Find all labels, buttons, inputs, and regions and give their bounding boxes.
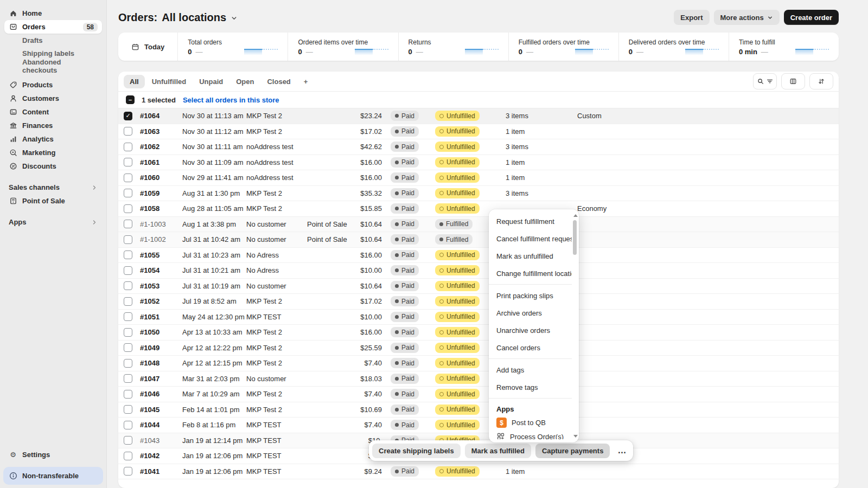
row-checkbox[interactable]	[124, 390, 132, 399]
order-row-1060[interactable]: #1060Nov 29 at 11:41 amnoAddress test$16…	[118, 170, 839, 186]
order-row-1044[interactable]: #1044Feb 8 at 1:16 pmMKP TEST$7.40PaidUn…	[118, 418, 839, 433]
sidebar-item-home[interactable]: Home	[4, 7, 102, 20]
row-checkbox[interactable]	[124, 328, 132, 337]
tab-unpaid[interactable]: Unpaid	[193, 75, 229, 88]
row-checkbox[interactable]	[124, 312, 132, 321]
order-row-1064[interactable]: ✓#1064Nov 30 at 11:13 amMKP Test 2$23.24…	[118, 108, 839, 124]
tab-all[interactable]: All	[124, 75, 145, 88]
order-row-1058[interactable]: #1058Aug 28 at 11:05 amMKP Test 2$15.85P…	[118, 201, 839, 217]
order-row-1053[interactable]: #1053Jul 31 at 10:19 amNo customer$10.64…	[118, 279, 839, 294]
menu-item-cancel-orders[interactable]: Cancel orders	[489, 339, 572, 356]
select-all-checkbox[interactable]: –	[126, 95, 135, 104]
columns-button[interactable]	[781, 73, 805, 89]
sidebar-item-content[interactable]: Content	[4, 105, 102, 119]
menu-item-change-fulfillment-location[interactable]: Change fulfillment location	[489, 265, 572, 282]
row-checkbox[interactable]	[124, 204, 132, 213]
order-row-1061[interactable]: #1061Nov 30 at 11:09 amnoAddress test$16…	[118, 155, 839, 171]
menu-item-post-to-qb[interactable]: $Post to QB	[489, 415, 572, 430]
mark-as-fulfilled-button[interactable]: Mark as fulfilled	[465, 444, 531, 458]
sidebar-item-customers[interactable]: Customers	[4, 92, 102, 105]
date-range-picker[interactable]: Today	[118, 33, 178, 61]
menu-item-process-order-s[interactable]: Process Order(s)	[489, 430, 572, 439]
order-row-1059[interactable]: #1059Aug 31 at 1:30 pmMKP Test 2$35.32Pa…	[118, 186, 839, 202]
tab-closed[interactable]: Closed	[261, 75, 296, 88]
row-checkbox[interactable]	[124, 343, 132, 352]
sidebar-item-abandoned-checkouts[interactable]: Abandoned checkouts	[4, 60, 102, 73]
create-order-button[interactable]: Create order	[784, 10, 839, 25]
row-checkbox[interactable]	[124, 235, 132, 244]
sidebar-item-drafts[interactable]: Drafts	[4, 34, 102, 47]
sidebar-item-discounts[interactable]: Discounts	[4, 159, 102, 173]
menu-item-remove-tags[interactable]: Remove tags	[489, 378, 572, 396]
page-title[interactable]: Orders: All locations	[118, 11, 238, 24]
scroll-down-arrow-icon[interactable]	[573, 435, 578, 438]
sidebar-item-finances[interactable]: Finances	[4, 119, 102, 132]
menu-item-add-tags[interactable]: Add tags	[489, 361, 572, 378]
order-row-1054[interactable]: #1054Jul 31 at 10:21 amNo Adress$10.00Pa…	[118, 263, 839, 279]
row-checkbox[interactable]	[124, 405, 132, 414]
order-row-1045[interactable]: #1045Feb 14 at 1:01 pmMKP Test 2$10.69Pa…	[118, 402, 839, 418]
tab-unfulfilled[interactable]: Unfulfilled	[146, 75, 193, 88]
menu-item-unarchive-orders[interactable]: Unarchive orders	[489, 322, 572, 339]
select-all-store-link[interactable]: Select all orders in this store	[183, 96, 279, 104]
order-row-1-1003[interactable]: #1-1003Aug 1 at 3:38 pmNo customerPoint …	[118, 217, 839, 233]
sidebar-item-marketing[interactable]: Marketing	[4, 146, 102, 159]
menu-item-mark-as-unfulfilled[interactable]: Mark as unfulfilled	[489, 247, 572, 265]
row-checkbox[interactable]	[124, 127, 132, 136]
menu-item-request-fulfillment[interactable]: Request fulfillment	[489, 213, 572, 230]
row-checkbox[interactable]	[124, 189, 132, 197]
scroll-up-arrow-icon[interactable]	[573, 214, 578, 217]
menu-item-archive-orders[interactable]: Archive orders	[489, 304, 572, 322]
row-checkbox[interactable]	[124, 297, 132, 306]
row-checkbox[interactable]	[124, 251, 132, 259]
menu-item-print-packing-slips[interactable]: Print packing slips	[489, 287, 572, 304]
sidebar-item-settings[interactable]: ⚙ Settings	[4, 448, 102, 461]
sort-button[interactable]	[809, 73, 833, 89]
order-row-1041[interactable]: #1041Jan 19 at 12:06 pmMKP TEST$9.24Paid…	[118, 464, 839, 480]
order-row-1-1002[interactable]: #1-1002Jul 31 at 10:42 amNo customerPoin…	[118, 232, 839, 248]
order-row-1052[interactable]: #1052Jul 19 at 8:52 amMKP Test 2$17.02Pa…	[118, 294, 839, 310]
sidebar-item-apps[interactable]: Apps	[4, 215, 102, 229]
row-checkbox[interactable]: ✓	[124, 112, 132, 120]
scrollbar-thumb[interactable]	[573, 220, 577, 255]
row-checkbox[interactable]	[124, 421, 132, 429]
order-row-1063[interactable]: #1063Nov 30 at 11:12 amMKP Test 2$17.02P…	[118, 124, 839, 140]
order-row-1049[interactable]: #1049Apr 12 at 12:22 pmMKP Test 2$25.59P…	[118, 341, 839, 356]
row-checkbox[interactable]	[124, 359, 132, 368]
more-bulk-actions-button[interactable]: …	[614, 446, 630, 455]
menu-item-cancel-fulfillment-requests[interactable]: Cancel fulfillment requests	[489, 230, 572, 247]
capture-payments-button[interactable]: Capture payments	[535, 444, 610, 458]
row-checkbox[interactable]	[124, 467, 132, 476]
tab-open[interactable]: Open	[230, 75, 260, 88]
order-row-1051[interactable]: #1051May 24 at 12:30 pmMKP TEST$10.00Pai…	[118, 310, 839, 325]
order-row-1048[interactable]: #1048Apr 12 at 12:15 pmMKP Test 2$7.40Pa…	[118, 356, 839, 371]
sidebar-item-sales-channels[interactable]: Sales channels	[4, 181, 102, 194]
row-checkbox[interactable]	[124, 158, 132, 166]
row-checkbox[interactable]	[124, 220, 132, 228]
row-checkbox[interactable]	[124, 374, 132, 383]
row-checkbox[interactable]	[124, 266, 132, 275]
order-row-1046[interactable]: #1046Mar 7 at 10:29 amMKP Test 2$7.40Pai…	[118, 387, 839, 402]
search-filter-button[interactable]	[753, 73, 777, 89]
sidebar-item-orders[interactable]: Orders58	[4, 20, 102, 34]
row-checkbox[interactable]	[124, 281, 132, 290]
order-total: $15.85	[350, 204, 382, 213]
row-checkbox[interactable]	[124, 452, 132, 460]
menu-scrollbar[interactable]	[572, 213, 579, 439]
row-checkbox[interactable]	[124, 143, 132, 151]
sidebar-item-analytics[interactable]: Analytics	[4, 132, 102, 146]
row-checkbox[interactable]	[124, 436, 132, 445]
search-icon	[757, 78, 764, 85]
add-view-tab[interactable]: +	[298, 75, 314, 88]
more-actions-button[interactable]: More actions	[714, 10, 780, 25]
sidebar-item-point-of-sale[interactable]: Point of Sale	[4, 194, 102, 208]
non-transferable-banner[interactable]: Non-transferable	[3, 467, 103, 485]
sidebar-item-products[interactable]: Products	[4, 78, 102, 92]
order-row-1062[interactable]: #1062Nov 30 at 11:11 amnoAddress test$42…	[118, 139, 839, 155]
export-button[interactable]: Export	[674, 10, 709, 25]
order-row-1050[interactable]: #1050Apr 13 at 10:33 amMKP Test 2$16.00P…	[118, 325, 839, 341]
order-row-1047[interactable]: #1047Mar 31 at 2:03 pmNo customer$18.03P…	[118, 371, 839, 387]
row-checkbox[interactable]	[124, 174, 132, 182]
create-shipping-labels-button[interactable]: Create shipping labels	[372, 444, 461, 458]
order-row-1055[interactable]: #1055Jul 31 at 10:23 amNo Adress$16.00Pa…	[118, 248, 839, 264]
